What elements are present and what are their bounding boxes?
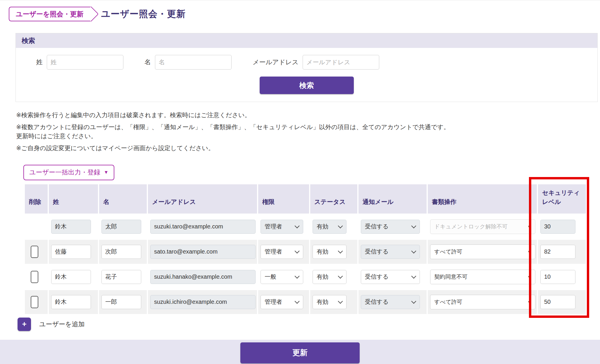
chevron-down-icon — [295, 248, 300, 253]
lastname-label: 姓 — [36, 58, 43, 67]
bulk-export-register-label: ユーザー一括出力・登録 — [29, 168, 100, 177]
delete-checkbox[interactable] — [31, 271, 38, 283]
firstname-input[interactable] — [101, 270, 141, 284]
lastname-input[interactable] — [51, 295, 91, 309]
page-header: ユーザーを照会・更新 ユーザー照会・更新 — [0, 0, 600, 21]
security-level-input — [540, 220, 575, 234]
status-select[interactable]: 有効 — [313, 295, 346, 309]
email-label: メールアドレス — [253, 58, 299, 67]
email-input — [150, 295, 256, 309]
note-multi-account: ※複数アカウントに登録のユーザーは、「権限」、「通知メール」、「書類操作」、「セ… — [16, 123, 600, 141]
status-select: 有効 — [313, 220, 346, 234]
delete-cell — [25, 215, 48, 239]
doc-operation-select[interactable]: すべて許可▼ — [430, 245, 535, 259]
chevron-down-icon — [295, 299, 300, 304]
notification-select: 受信する — [361, 220, 420, 234]
role-select[interactable]: 管理者 — [261, 295, 303, 309]
search-button[interactable]: 検索 — [260, 77, 354, 94]
role-select[interactable]: 管理者 — [261, 245, 303, 259]
lastname-input — [51, 220, 91, 234]
firstname-input[interactable] — [101, 295, 141, 309]
caret-down-icon: ▼ — [104, 170, 108, 175]
firstname-search-input[interactable] — [155, 55, 232, 70]
delete-cell — [25, 290, 48, 314]
search-panel-title: 検索 — [16, 33, 597, 48]
delete-checkbox[interactable] — [31, 246, 38, 258]
security-level-input[interactable] — [540, 295, 575, 309]
triangle-down-icon: ▼ — [527, 249, 531, 254]
col-header-email: メールアドレス — [148, 184, 257, 214]
triangle-down-icon: ▼ — [527, 275, 531, 279]
add-user-label: ユーザーを追加 — [39, 320, 85, 329]
note-mypage: ※ご自身の設定変更についてはマイページ画面から設定してください。 — [16, 144, 600, 152]
chevron-down-icon — [295, 273, 300, 278]
col-header-security-level: セキュリティレベル — [538, 184, 586, 214]
search-panel: 検索 姓 名 メールアドレス 検索 — [15, 33, 598, 102]
triangle-down-icon: ▼ — [527, 300, 531, 304]
update-button[interactable]: 更新 — [240, 342, 360, 363]
col-header-lastname: 姓 — [49, 184, 98, 214]
user-table: 削除 姓 名 メールアドレス 権限 ステータス 通知メール 書類操作 セキュリテ… — [25, 184, 600, 314]
delete-cell — [25, 240, 48, 264]
footer-band: 更新 — [0, 340, 600, 364]
note-search-warning: ※検索操作を行うと編集中の入力項目は破棄されます。検索時にはご注意ください。 — [16, 111, 600, 119]
chevron-down-icon — [338, 299, 343, 304]
chevron-down-icon — [338, 248, 343, 253]
page: ユーザーを照会・更新 ユーザー照会・更新 検索 姓 名 メールアドレス — [0, 0, 600, 364]
col-header-notification: 通知メール — [358, 184, 427, 214]
doc-operation-select[interactable]: 契約同意不可▼ — [430, 270, 535, 284]
chevron-down-icon — [411, 273, 416, 278]
chevron-down-icon — [411, 223, 416, 228]
breadcrumb-tag[interactable]: ユーザーを照会・更新 — [9, 7, 91, 21]
add-user-row: + ユーザーを追加 — [18, 318, 600, 331]
security-level-input[interactable] — [540, 270, 575, 284]
chevron-down-icon — [338, 273, 343, 278]
col-header-role: 権限 — [258, 184, 309, 214]
doc-operation-select: ドキュメントロック解除不可▼ — [430, 219, 535, 234]
search-fields: 姓 名 メールアドレス — [16, 55, 597, 70]
notes: ※検索操作を行うと編集中の入力項目は破棄されます。検索時にはご注意ください。 ※… — [16, 111, 600, 153]
lastname-input[interactable] — [51, 245, 91, 259]
status-select[interactable]: 有効 — [313, 270, 346, 284]
delete-cell — [25, 265, 48, 289]
email-search-input[interactable] — [303, 55, 379, 70]
notification-select: 受信する — [361, 245, 420, 259]
email-field-group: メールアドレス — [253, 55, 379, 70]
firstname-input — [101, 220, 141, 234]
email-input — [150, 270, 256, 284]
lastname-field-group: 姓 — [36, 55, 123, 70]
search-panel-body: 姓 名 メールアドレス 検索 — [16, 48, 597, 102]
chevron-down-icon — [295, 223, 300, 228]
breadcrumb-tag-label: ユーザーを照会・更新 — [16, 10, 84, 19]
delete-checkbox[interactable] — [31, 296, 38, 308]
role-select[interactable]: 一般 — [261, 270, 303, 284]
status-select[interactable]: 有効 — [313, 245, 346, 259]
add-user-button[interactable]: + — [18, 318, 31, 331]
chevron-down-icon — [338, 223, 343, 228]
email-input — [150, 220, 256, 234]
firstname-label: 名 — [144, 58, 151, 67]
bulk-export-register-button[interactable]: ユーザー一括出力・登録 ▼ — [23, 165, 114, 180]
email-input — [150, 245, 256, 259]
chevron-down-icon — [411, 299, 416, 304]
firstname-input[interactable] — [101, 245, 141, 259]
col-header-doc-operation: 書類操作 — [428, 184, 537, 214]
security-level-input[interactable] — [540, 245, 575, 259]
lastname-search-input[interactable] — [47, 55, 123, 70]
page-title: ユーザー照会・更新 — [101, 8, 186, 20]
doc-operation-select[interactable]: すべて許可▼ — [430, 295, 535, 309]
col-header-firstname: 名 — [99, 184, 147, 214]
col-header-status: ステータス — [310, 184, 357, 214]
notification-select[interactable]: 受信する — [361, 270, 420, 284]
col-header-delete: 削除 — [25, 184, 48, 214]
chevron-down-icon — [411, 248, 416, 253]
triangle-down-icon: ▼ — [527, 224, 531, 229]
role-select: 管理者 — [261, 220, 303, 234]
lastname-input[interactable] — [51, 270, 91, 284]
notification-select: 受信する — [361, 295, 420, 309]
firstname-field-group: 名 — [144, 55, 232, 70]
